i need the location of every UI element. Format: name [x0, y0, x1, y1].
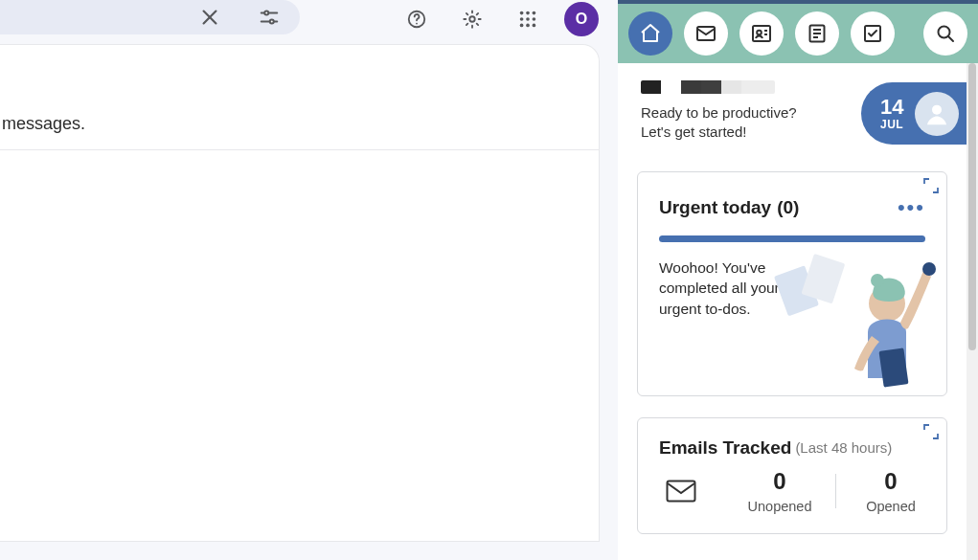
- urgent-title: Urgent today: [659, 197, 771, 218]
- opened-label: Opened: [835, 499, 946, 514]
- svg-point-9: [520, 11, 524, 15]
- svg-point-5: [270, 20, 274, 24]
- svg-point-15: [520, 24, 524, 28]
- gmail-area: O messages.: [0, 0, 618, 560]
- svg-point-14: [533, 17, 536, 21]
- sidebar-panel: Ready to be productive? Let's get starte…: [618, 0, 978, 560]
- svg-point-37: [932, 104, 942, 114]
- svg-point-16: [526, 24, 530, 28]
- gmail-top-row: O: [0, 0, 618, 38]
- svg-rect-36: [668, 481, 695, 501]
- svg-point-35: [922, 262, 936, 276]
- greeting-line-1: Ready to be productive?: [641, 104, 797, 121]
- opened-count: 0: [835, 468, 946, 495]
- date-badge: 14 JUL: [861, 82, 978, 145]
- unopened-count: 0: [724, 468, 835, 495]
- metric-opened: 0 Opened: [835, 468, 946, 514]
- gmail-content-card: messages.: [0, 44, 600, 542]
- svg-point-10: [526, 11, 530, 15]
- svg-point-12: [520, 17, 524, 21]
- messages-line: messages.: [0, 114, 599, 150]
- nav-tasks[interactable]: [851, 11, 895, 56]
- nav-notes[interactable]: [795, 11, 839, 56]
- urgent-today-card: Urgent today (0) ••• Woohoo! You've comp…: [637, 171, 947, 396]
- svg-point-11: [533, 11, 536, 15]
- svg-point-3: [264, 11, 268, 14]
- urgent-more-icon[interactable]: •••: [898, 195, 925, 220]
- emails-title: Emails Tracked: [659, 437, 791, 459]
- svg-point-17: [533, 24, 536, 28]
- date-avatar-icon: [915, 92, 959, 136]
- clear-search-icon[interactable]: [191, 0, 229, 36]
- settings-icon[interactable]: [453, 0, 491, 38]
- greeting-line-2: Let's get started!: [641, 123, 746, 140]
- svg-point-20: [757, 31, 762, 35]
- nav-search[interactable]: [923, 11, 967, 56]
- svg-point-8: [469, 16, 475, 22]
- emails-tracked-card: Emails Tracked (Last 48 hours) 0 Unopene…: [637, 417, 947, 534]
- account-avatar[interactable]: O: [564, 2, 599, 36]
- unopened-label: Unopened: [724, 499, 835, 514]
- emails-metrics: 0 Unopened 0 Opened: [638, 459, 946, 533]
- search-pill[interactable]: [0, 0, 300, 34]
- apps-grid-icon[interactable]: [509, 0, 547, 38]
- urgent-body: Woohoo! You've completed all your urgent…: [638, 242, 946, 395]
- date-text: 14 JUL: [880, 97, 903, 131]
- nav-home[interactable]: [628, 11, 672, 56]
- envelope-icon: [638, 480, 724, 503]
- support-icon[interactable]: [398, 0, 436, 38]
- svg-line-29: [948, 36, 953, 41]
- svg-point-13: [526, 17, 530, 21]
- gmail-top-right: O: [398, 0, 599, 38]
- emails-subtitle: (Last 48 hours): [795, 439, 892, 456]
- urgent-progress-bar: [659, 235, 925, 242]
- nav-mail[interactable]: [684, 11, 728, 56]
- svg-point-33: [871, 274, 884, 287]
- panel-scrollbar[interactable]: [967, 63, 978, 560]
- scrollbar-thumb[interactable]: [968, 63, 976, 350]
- urgent-count: (0): [777, 197, 799, 218]
- celebration-illustration: [761, 248, 946, 395]
- user-name-placeholder: [641, 80, 775, 94]
- metric-unopened: 0 Unopened: [724, 468, 835, 514]
- urgent-card-head: Urgent today (0) •••: [638, 172, 946, 220]
- panel-nav: [618, 4, 978, 63]
- search-options-icon[interactable]: [250, 0, 288, 36]
- avatar-initial: O: [576, 11, 587, 28]
- collapse-icon[interactable]: [923, 424, 939, 439]
- svg-point-7: [416, 23, 418, 25]
- nav-contacts[interactable]: [739, 11, 784, 56]
- date-day: 14: [880, 97, 903, 118]
- svg-rect-34: [878, 347, 908, 387]
- collapse-icon[interactable]: [923, 178, 939, 193]
- emails-card-head: Emails Tracked (Last 48 hours): [638, 418, 946, 459]
- date-month: JUL: [880, 118, 903, 131]
